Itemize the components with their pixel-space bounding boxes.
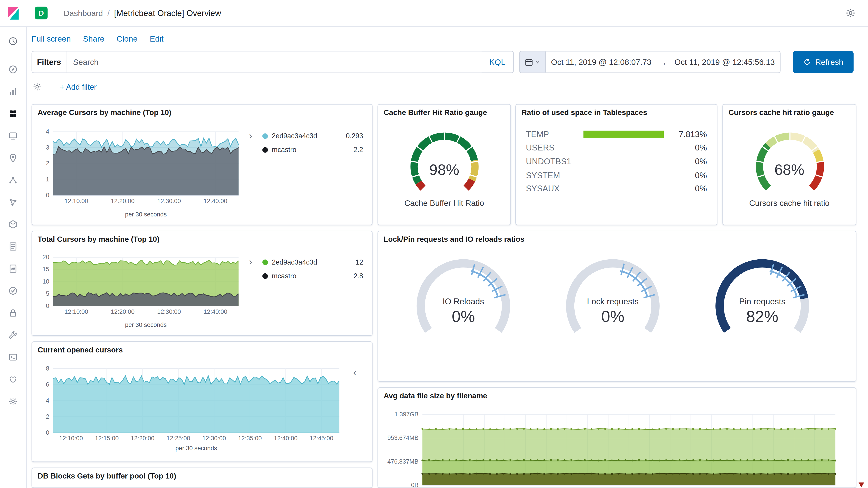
svg-text:1.397GB: 1.397GB — [395, 411, 418, 418]
x-axis-title: per 30 seconds — [53, 322, 239, 328]
current-cursors-chart: 8642012:10:0012:15:0012:20:0012:25:0012:… — [37, 357, 369, 442]
legend-toggle-icon[interactable]: › — [249, 257, 252, 267]
kibana-logo-icon[interactable] — [0, 0, 27, 26]
sidebar-item-siem[interactable] — [0, 302, 26, 324]
search-input[interactable] — [66, 52, 482, 72]
svg-text:12:30:00: 12:30:00 — [202, 435, 226, 442]
tablespace-percent: 0% — [672, 170, 707, 180]
sidebar-item-stack-monitoring[interactable] — [0, 368, 26, 390]
panel-cache-buffer-gauge: Cache Buffer Hit Ratio gauge 98% Cache B… — [377, 104, 511, 225]
legend-toggle-icon[interactable]: › — [249, 131, 252, 140]
avg-datafile-chart: 1.397GB953.674MB476.837MB0B — [378, 402, 854, 487]
legend-item[interactable]: mcastro2.8 — [262, 269, 363, 283]
tablespace-row: SYSAUX0% — [516, 182, 717, 195]
gauge-label: Pin requests — [702, 297, 823, 306]
svg-text:12:40:00: 12:40:00 — [274, 435, 298, 442]
refresh-button[interactable]: Refresh — [793, 51, 854, 73]
sidebar-item-dev-tools[interactable] — [0, 324, 26, 346]
add-filter-link[interactable]: + Add filter — [60, 83, 96, 91]
breadcrumb-separator: / — [107, 8, 110, 18]
breadcrumb-dashboard[interactable]: Dashboard — [64, 8, 103, 18]
chevron-down-icon — [535, 59, 540, 65]
svg-text:2: 2 — [46, 413, 49, 420]
full-screen-link[interactable]: Full screen — [32, 34, 71, 43]
calendar-dropdown-button[interactable] — [520, 52, 546, 72]
share-link[interactable]: Share — [83, 34, 104, 43]
tablespace-row: UNDOTBS10% — [516, 155, 717, 168]
filters-button[interactable]: Filters — [32, 52, 66, 72]
sidebar-item-machine-learning[interactable] — [0, 169, 26, 191]
svg-text:0: 0 — [46, 302, 49, 309]
sidebar-item-logs[interactable] — [0, 235, 26, 257]
legend-item[interactable]: 2ed9ac3a4c3d12 — [262, 255, 363, 269]
svg-text:12:10:00: 12:10:00 — [64, 198, 88, 204]
svg-text:15: 15 — [42, 266, 49, 273]
recently-viewed-icon — [8, 36, 18, 46]
panel-total-cursors: Total Cursors by machine (Top 10) 201510… — [32, 231, 373, 336]
gauge-value: 82% — [702, 308, 823, 326]
date-picker: Oct 11, 2019 @ 12:08:07.73 → Oct 11, 201… — [519, 51, 780, 73]
legend-collapse-icon[interactable]: ‹ — [353, 368, 356, 378]
sidebar-item-apm[interactable] — [0, 257, 26, 280]
discover-icon — [8, 64, 18, 74]
add-filter-row: — + Add filter — [33, 81, 96, 93]
sidebar-item-management[interactable] — [0, 390, 26, 412]
filter-options-gear-icon[interactable] — [33, 83, 41, 91]
series-color-dot — [262, 259, 268, 265]
legend-item[interactable]: 2ed9ac3a4c3d0.293 — [262, 129, 363, 143]
panel-tablespaces: Ratio of used space in Tablespaces TEMP7… — [515, 104, 717, 225]
sidebar-item-uptime[interactable] — [0, 280, 26, 302]
svg-text:12:30:00: 12:30:00 — [157, 308, 181, 315]
svg-text:12:20:00: 12:20:00 — [131, 435, 154, 442]
svg-text:12:15:00: 12:15:00 — [95, 435, 119, 442]
date-to-button[interactable]: Oct 11, 2019 @ 12:45:56.13 — [669, 52, 780, 72]
panel-title: Ratio of used space in Tablespaces — [522, 108, 647, 117]
svg-text:20: 20 — [42, 254, 49, 260]
series-label: 2ed9ac3a4c3d — [272, 258, 317, 266]
svg-text:12:10:00: 12:10:00 — [64, 308, 88, 315]
kql-button[interactable]: KQL — [482, 52, 513, 72]
svg-text:0: 0 — [46, 192, 49, 199]
space-badge[interactable]: D — [35, 6, 48, 19]
tablespace-name: UNDOTBS1 — [526, 157, 584, 166]
apm-icon — [8, 264, 18, 273]
panel-cursors-cache-gauge: Cursors cache hit ratio gauge 68% Cursor… — [722, 104, 857, 225]
gauge-label: Cache Buffer Hit Ratio — [378, 199, 510, 207]
tablespace-row: USERS0% — [516, 141, 717, 154]
svg-text:12:30:00: 12:30:00 — [157, 198, 181, 204]
sidebar-item-discover[interactable] — [0, 58, 26, 80]
svg-text:0: 0 — [46, 429, 49, 436]
sidebar-item-graph[interactable] — [0, 191, 26, 213]
svg-text:2: 2 — [46, 160, 49, 167]
tablespace-row: SYSTEM0% — [516, 168, 717, 182]
sidebar — [0, 27, 27, 488]
svg-text:12:45:00: 12:45:00 — [310, 435, 333, 442]
legend-item[interactable]: mcastro2.2 — [262, 143, 363, 157]
edit-link[interactable]: Edit — [150, 34, 163, 43]
date-range-arrow: → — [656, 52, 669, 72]
panel-db-blocks: DB Blocks Gets by buffer pool (Top 10) — [32, 467, 373, 488]
siem-icon — [8, 308, 18, 318]
panel-average-cursors: Average Cursors by machine (Top 10) 4321… — [32, 104, 373, 225]
date-from-button[interactable]: Oct 11, 2019 @ 12:08:07.73 — [546, 52, 657, 72]
clone-link[interactable]: Clone — [117, 34, 138, 43]
panel-lock-pin-ratios: Lock/Pin requests and IO reloads ratios … — [377, 231, 856, 382]
sidebar-item-dashboard[interactable] — [0, 102, 26, 125]
x-axis-title: per 30 seconds — [53, 211, 239, 217]
sidebar-item-visualize[interactable] — [0, 80, 26, 102]
sidebar-item-console[interactable] — [0, 346, 26, 368]
sidebar-item-maps[interactable] — [0, 147, 26, 169]
breadcrumb: Dashboard / [Metricbeat Oracle] Overview — [64, 8, 221, 18]
tablespace-percent: 0% — [672, 157, 707, 166]
svg-text:12:25:00: 12:25:00 — [166, 435, 190, 442]
sidebar-item-recently-viewed[interactable] — [0, 32, 26, 50]
tablespace-percent: 7.813% — [672, 129, 707, 139]
sidebar-item-metrics[interactable] — [0, 213, 26, 235]
chart-legend: 2ed9ac3a4c3d0.293mcastro2.2 — [262, 129, 363, 157]
tablespace-row: TEMP7.813% — [516, 127, 717, 141]
series-color-dot — [262, 273, 268, 279]
header-settings-icon[interactable] — [845, 8, 856, 20]
sidebar-item-canvas[interactable] — [0, 125, 26, 147]
svg-text:953.674MB: 953.674MB — [388, 434, 418, 441]
series-label: mcastro — [272, 146, 296, 153]
